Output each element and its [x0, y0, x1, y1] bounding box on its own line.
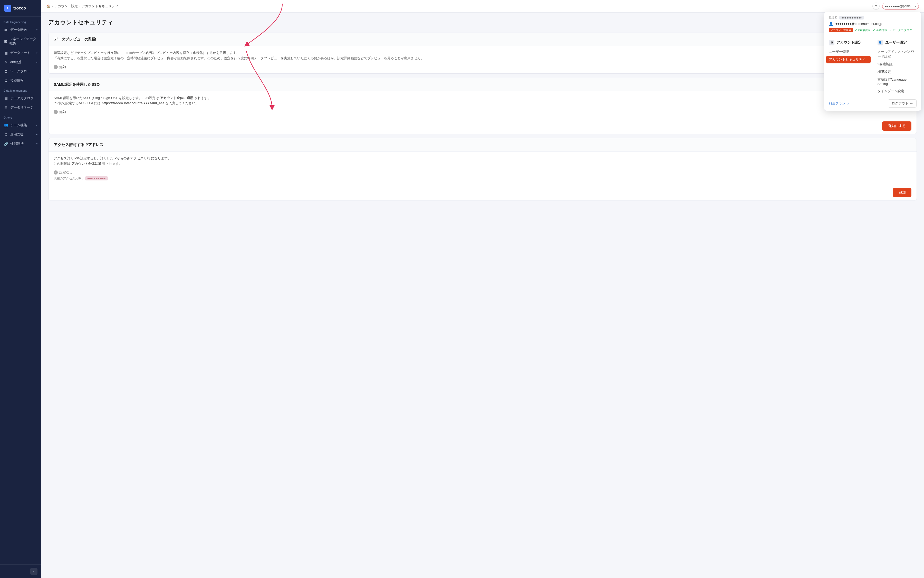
badge-2fa: ✓ 2要素認証 [855, 28, 871, 32]
dropdown-menu: ⚙ アカウント設定 ユーザー管理 アカウントセキュリティ 👤 ユーザー設定 メー… [824, 36, 921, 96]
sidebar-item-workflow[interactable]: ⊡ ワークフロー [0, 67, 41, 76]
dropdown-item-permissions[interactable]: 権限設定 [877, 68, 917, 76]
status-label: 設定なし [59, 170, 73, 175]
user-icon: 👤 [829, 21, 833, 26]
card-saml-header: SAML認証を使用したSSO [49, 78, 917, 91]
header: 🏠 › アカウント設定 › アカウントセキュリティ ? ●●●●●●●●@pri… [41, 0, 924, 13]
card-saml-status: − 無効 [54, 110, 911, 114]
sidebar-item-managed-transfer[interactable]: ⊞ マネージドデータ転送 [0, 34, 41, 48]
status-icon: − [54, 110, 58, 114]
sidebar-item-data-transfer[interactable]: ⇄ データ転送 ▾ [0, 25, 41, 34]
section-data-management: Data Management [0, 85, 41, 94]
header-right: ? ●●●●●●●●@prime... ▾ [872, 3, 919, 10]
enable-saml-button[interactable]: 有効にする [882, 122, 911, 131]
card-data-preview-title: データプレビューの削除 [54, 37, 911, 42]
page-body: アカウントセキュリティ データプレビューの削除 転送設定などでデータプレビューを… [41, 13, 924, 578]
chevron-icon: ▾ [36, 52, 37, 54]
dropdown-user-col: 👤 ユーザー設定 メールアドレス・パスワード設定 2要素認証 権限設定 言語設定… [873, 40, 921, 95]
dropdown-account-col: ⚙ アカウント設定 ユーザー管理 アカウントセキュリティ [824, 40, 873, 95]
card-ip-title: アクセス許可するIPアドレス [54, 143, 911, 147]
sidebar-item-external[interactable]: 🔗 外部連携 ▾ [0, 139, 41, 148]
status-label: 無効 [59, 65, 66, 69]
card-ip-allowlist: アクセス許可するIPアドレス アクセス許可IPを設定すると、許可したIPからのみ… [48, 138, 917, 200]
user-email-display: ●●●●●●●●@prime... [885, 4, 913, 8]
sidebar-item-datamart[interactable]: ▦ データマート ▾ [0, 48, 41, 57]
logout-button[interactable]: ログアウト ↪ [888, 99, 917, 107]
help-button[interactable]: ? [872, 3, 880, 10]
chevron-icon: ▾ [36, 124, 37, 127]
sidebar-item-team[interactable]: 👥 チーム機能 ▾ [0, 121, 41, 130]
breadcrumb-account-settings[interactable]: アカウント設定 [54, 4, 78, 8]
chevron-icon: ▾ [36, 61, 37, 64]
breadcrumb-home[interactable]: 🏠 [46, 4, 50, 8]
dropdown-item-email-password[interactable]: メールアドレス・パスワード設定 [877, 48, 917, 60]
chevron-icon: ▾ [36, 29, 37, 31]
user-section-icon: 👤 [877, 40, 883, 45]
sidebar-item-connections[interactable]: ⚙ 接続情報 [0, 76, 41, 85]
plan-link-label: 料金プラン [829, 101, 846, 106]
card-saml-body: SAML認証を用いたSSO（Single Sign-On）を設定します。この設定… [49, 91, 917, 119]
lineage-icon: ⊞ [3, 106, 8, 110]
team-icon: 👥 [3, 123, 8, 127]
workflow-icon: ⊡ [3, 69, 8, 73]
dropdown-chevron-icon: ▾ [915, 5, 916, 8]
section-data-engineering: Data Engineering [0, 17, 41, 25]
status-icon: − [54, 170, 58, 175]
add-ip-button[interactable]: 追加 [893, 188, 911, 197]
plan-link[interactable]: 料金プラン ↗ [829, 101, 849, 106]
dropdown-badges: アカウント管理者 ✓ 2要素認証 ✓ 基本情報 ✓ データカタログ [829, 28, 917, 32]
card-ip-header: アクセス許可するIPアドレス [49, 138, 917, 152]
sidebar: t trocco Data Engineering ⇄ データ転送 ▾ ⊞ マネ… [0, 0, 41, 578]
card-data-preview: データプレビューの削除 転送設定などでデータプレビューを行う際に、troccoサ… [48, 32, 917, 74]
sidebar-item-operations[interactable]: ⚙ 運用支援 ▾ [0, 130, 41, 139]
sidebar-item-label: 接続情報 [10, 78, 24, 83]
dropdown-bottom: 料金プラン ↗ ログアウト ↪ [824, 96, 921, 110]
dropdown-user-title: 👤 ユーザー設定 [877, 40, 917, 45]
logo: t trocco [0, 0, 41, 17]
breadcrumb: 🏠 › アカウント設定 › アカウントセキュリティ [46, 4, 119, 8]
operations-icon: ⚙ [3, 132, 8, 136]
user-dropdown-button[interactable]: ●●●●●●●●@prime... ▾ [882, 3, 919, 10]
sidebar-item-label: dbt連携 [10, 60, 21, 65]
breadcrumb-sep-2: › [79, 5, 80, 8]
logo-icon: t [4, 5, 11, 12]
breadcrumb-sep-1: › [52, 5, 53, 8]
card-ip-body: アクセス許可IPを設定すると、許可したIPからのみアクセス可能 になります。 こ… [49, 152, 917, 185]
ip-value: ●●●.●●●.●●● [85, 176, 108, 180]
sidebar-item-label: データカタログ [10, 96, 34, 101]
sidebar-item-label: 外部連携 [10, 141, 24, 146]
connections-icon: ⚙ [3, 78, 8, 83]
dropdown-account-title: ⚙ アカウント設定 [829, 40, 868, 45]
datamart-icon: ▦ [3, 51, 8, 55]
org-label: 組織ID [829, 16, 837, 19]
dropdown-item-account-security[interactable]: アカウントセキュリティ [826, 56, 870, 63]
card-data-preview-desc: 転送設定などでデータプレビューを行う際に、troccoサービス内部にプレビュー内… [54, 50, 911, 61]
dropdown-item-two-factor[interactable]: 2要素認証 [877, 60, 917, 68]
card-saml-footer: 有効にする [49, 119, 917, 134]
card-ip-footer: 追加 [49, 185, 917, 200]
org-value: ●●●●●●●●●●●● [839, 16, 864, 19]
dbt-icon: ✤ [3, 60, 8, 64]
card-ip-desc: アクセス許可IPを設定すると、許可したIPからのみアクセス可能 になります。 こ… [54, 156, 911, 167]
card-data-preview-body: 転送設定などでデータプレビューを行う際に、troccoサービス内部にプレビュー内… [49, 46, 917, 73]
dropdown-item-language[interactable]: 言語設定/Language Setting [877, 76, 917, 87]
logo-text: trocco [13, 6, 26, 11]
logout-label: ログアウト [892, 101, 908, 106]
transfer-icon: ⇄ [3, 28, 8, 32]
badge-basic: ✓ 基本情報 [873, 28, 887, 32]
section-others: Others [0, 112, 41, 121]
sidebar-item-data-lineage[interactable]: ⊞ データリネージ [0, 103, 41, 112]
card-saml-desc: SAML認証を用いたSSO（Single Sign-On）を設定します。この設定… [54, 96, 911, 106]
breadcrumb-current: アカウントセキュリティ [82, 4, 119, 8]
external-icon: 🔗 [3, 142, 8, 146]
catalog-icon: ▤ [3, 96, 8, 101]
dropdown-item-user-management[interactable]: ユーザー管理 [829, 48, 868, 56]
sidebar-item-dbt[interactable]: ✤ dbt連携 ▾ [0, 57, 41, 67]
dropdown-org-row: 組織ID ●●●●●●●●●●●● [829, 16, 917, 19]
sidebar-item-data-catalog[interactable]: ▤ データカタログ [0, 94, 41, 103]
dropdown-top: 組織ID ●●●●●●●●●●●● 👤 ●●●●●●●●@primenumber… [824, 12, 921, 36]
sidebar-item-label: マネージドデータ転送 [10, 37, 37, 46]
external-link-icon: ↗ [846, 102, 849, 106]
collapse-button[interactable]: « [30, 568, 37, 575]
dropdown-item-timezone[interactable]: タイムゾーン設定 [877, 87, 917, 95]
